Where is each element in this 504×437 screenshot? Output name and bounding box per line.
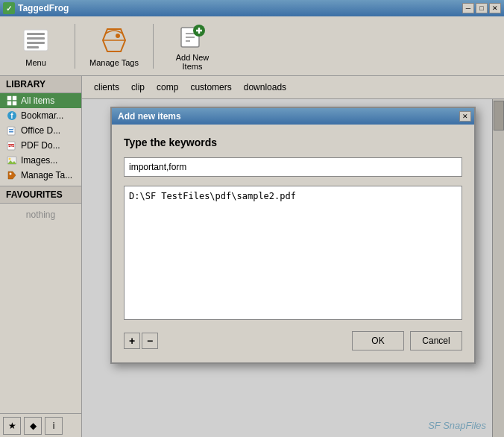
modal-dialog: Add new items ✕ Type the keywords D:\SF …: [110, 107, 476, 364]
modal-close-button[interactable]: ✕: [459, 111, 471, 122]
images-icon: [6, 154, 18, 166]
svg-rect-23: [9, 131, 13, 133]
ok-button[interactable]: OK: [352, 331, 404, 350]
modal-title: Add new items: [118, 111, 181, 122]
modal-title-bar: Add new items ✕: [112, 108, 474, 125]
modal-subtitle: Type the keywords: [124, 136, 462, 148]
manage-tags-label: Manage Tags: [89, 58, 139, 67]
toolbar-separator-2: [153, 24, 154, 69]
tag-icon: [6, 169, 18, 181]
tag-clip[interactable]: clip: [131, 82, 145, 92]
svg-rect-22: [9, 129, 13, 131]
minimize-button[interactable]: ─: [462, 3, 474, 13]
svg-text:PDF: PDF: [8, 144, 15, 148]
tag-clients[interactable]: clients: [94, 82, 119, 92]
toolbar: Menu Manage Tags Add New It: [0, 16, 504, 76]
title-bar: TaggedFrog ─ □ ✕: [0, 0, 504, 16]
svg-rect-4: [27, 46, 39, 48]
cancel-button[interactable]: Cancel: [410, 331, 462, 350]
sidebar-item-manage-tags[interactable]: Manage Ta...: [0, 168, 81, 183]
bookmark-icon: f: [6, 110, 18, 122]
manage-tags-button[interactable]: Manage Tags: [84, 21, 144, 72]
library-header: LIBRARY: [0, 76, 81, 93]
add-new-items-label: Add New Items: [166, 53, 218, 71]
restore-button[interactable]: □: [476, 3, 488, 13]
menu-icon: [21, 25, 51, 55]
sidebar: LIBRARY All items f Bookmar...: [0, 76, 82, 437]
toolbar-separator-1: [75, 24, 75, 69]
sidebar-item-all-items[interactable]: All items: [0, 93, 81, 108]
content-main: SF SnapFiles Add new items ✕ Type the ke…: [82, 99, 504, 437]
svg-rect-16: [13, 96, 16, 100]
app-icon: [3, 2, 15, 14]
star-button[interactable]: ★: [3, 417, 21, 435]
sidebar-footer: nothing: [0, 204, 81, 413]
sidebar-item-label: Bookmar...: [21, 110, 63, 121]
info-button[interactable]: i: [45, 417, 63, 435]
tag-comp[interactable]: comp: [157, 82, 178, 92]
svg-rect-2: [27, 37, 45, 40]
sidebar-item-bookmarks[interactable]: f Bookmar...: [0, 108, 81, 123]
sidebar-item-images[interactable]: Images...: [0, 153, 81, 168]
svg-point-30: [10, 173, 12, 175]
content-area: clients clip comp customers downloads SF…: [82, 76, 504, 437]
svg-rect-15: [7, 96, 11, 100]
modal-actions-row: + − OK Cancel: [124, 331, 462, 350]
footer-bar: ★ ◆ i: [0, 413, 81, 437]
window-controls: ─ □ ✕: [462, 3, 501, 13]
menu-button[interactable]: Menu: [6, 21, 66, 72]
manage-tags-icon: [99, 25, 129, 55]
keywords-input[interactable]: [124, 157, 462, 177]
file-paths-textarea[interactable]: D:\SF TestFiles\pdf\sample2.pdf: [124, 186, 462, 320]
sidebar-item-label: Office D...: [21, 125, 60, 136]
favourites-header: FAVOURITES: [0, 186, 81, 204]
office-icon: [6, 125, 18, 136]
remove-file-button[interactable]: −: [142, 333, 158, 349]
diamond-button[interactable]: ◆: [24, 417, 42, 435]
svg-rect-18: [13, 101, 16, 105]
sidebar-item-label: Images...: [21, 155, 57, 166]
svg-rect-1: [27, 33, 45, 35]
tag-downloads[interactable]: downloads: [244, 82, 286, 92]
modal-overlay: Add new items ✕ Type the keywords D:\SF …: [82, 99, 504, 437]
modal-left-buttons: + −: [124, 333, 158, 349]
sidebar-item-label: All items: [21, 95, 54, 106]
sidebar-item-label: Manage Ta...: [21, 170, 72, 180]
modal-right-buttons: OK Cancel: [352, 331, 462, 350]
tags-bar: clients clip comp customers downloads: [82, 76, 504, 99]
svg-point-28: [9, 158, 11, 160]
add-file-button[interactable]: +: [124, 333, 140, 349]
menu-label: Menu: [25, 58, 46, 67]
svg-rect-17: [7, 101, 11, 105]
sidebar-item-office[interactable]: Office D...: [0, 123, 81, 138]
add-new-items-icon: [177, 22, 207, 50]
pdf-icon: PDF: [6, 139, 18, 151]
nothing-text: nothing: [0, 204, 81, 226]
close-button[interactable]: ✕: [489, 3, 501, 13]
svg-rect-3: [27, 42, 45, 44]
grid-icon: [6, 95, 18, 107]
tag-customers[interactable]: customers: [190, 82, 231, 92]
svg-point-7: [116, 34, 120, 38]
main-area: LIBRARY All items f Bookmar...: [0, 76, 504, 437]
app-title: TaggedFrog: [18, 3, 69, 13]
sidebar-item-pdf[interactable]: PDF PDF Do...: [0, 138, 81, 153]
add-new-items-button[interactable]: Add New Items: [163, 21, 222, 72]
sidebar-item-label: PDF Do...: [21, 140, 60, 151]
modal-body: Type the keywords D:\SF TestFiles\pdf\sa…: [112, 125, 474, 362]
